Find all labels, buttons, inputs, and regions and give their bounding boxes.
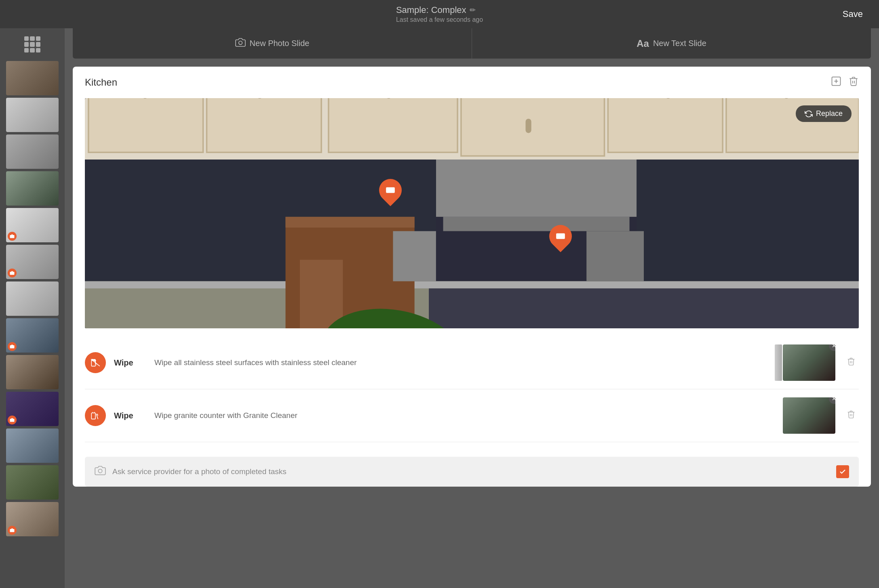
sidebar [0, 28, 65, 588]
svg-point-2 [11, 346, 13, 348]
slide-thumbnail[interactable] [6, 134, 59, 169]
svg-rect-25 [436, 160, 637, 217]
replace-image-button[interactable]: Replace [796, 105, 852, 122]
slide-thumbnail[interactable] [6, 281, 59, 316]
svg-rect-43 [556, 233, 565, 239]
new-text-slide-label: New Text Slide [653, 39, 706, 48]
task-description-1: Wipe all stainless steel surfaces with s… [154, 357, 767, 368]
top-bar: Sample: Complex ✏ Last saved a few secon… [0, 0, 879, 28]
slide-thumbnail[interactable] [6, 171, 59, 206]
slide-thumbnail[interactable] [6, 208, 59, 242]
top-bar-center: Sample: Complex ✏ Last saved a few secon… [396, 5, 483, 23]
task-delete-button-2[interactable] [843, 410, 859, 421]
slide-thumbnail[interactable] [6, 98, 59, 132]
photo-request-bar: Ask service provider for a photo of comp… [85, 457, 859, 487]
task-label-1: Wipe [114, 358, 146, 368]
photo-request-checkbox[interactable] [836, 465, 849, 478]
slide-thumbnail[interactable] [6, 61, 59, 95]
task-icon-wipe-2 [85, 405, 106, 426]
thumb-camera-badge [8, 416, 17, 424]
tasks-container: Wipe Wipe all stainless steel surfaces w… [73, 328, 871, 450]
svg-rect-12 [207, 98, 321, 152]
task-image-thumb-1[interactable]: ✕ [783, 344, 835, 381]
task-label-2: Wipe [114, 411, 146, 420]
task-image-strip-1 [775, 344, 782, 381]
task-description-2: Wipe granite counter with Granite Cleane… [154, 410, 775, 421]
slide-thumbnail[interactable] [6, 502, 59, 536]
presentation-title: Sample: Complex [396, 5, 466, 15]
svg-rect-42 [386, 187, 395, 193]
task-images-1: ✕ [775, 344, 835, 381]
card-header: Kitchen [73, 67, 871, 98]
slide-thumbnail[interactable] [6, 318, 59, 353]
card-title: Kitchen [85, 77, 117, 88]
svg-point-0 [11, 236, 13, 237]
svg-rect-37 [393, 231, 436, 281]
slide-thumbnail[interactable] [6, 428, 59, 463]
grid-view-icon[interactable] [24, 36, 40, 52]
center-panel: New Photo Slide Aa New Text Slide Kitche… [65, 28, 879, 588]
sidebar-grid-icon-area [0, 32, 65, 59]
svg-rect-26 [443, 217, 630, 231]
slide-thumbnail[interactable] [6, 355, 59, 389]
task-item: Wipe Wipe granite counter with Granite C… [85, 389, 859, 442]
svg-rect-30 [85, 281, 859, 288]
slide-thumbnail[interactable] [6, 245, 59, 279]
svg-rect-22 [525, 119, 531, 133]
slide-card: Kitchen [73, 67, 871, 487]
top-bar-title: Sample: Complex ✏ [396, 5, 483, 15]
task-item: Wipe Wipe all stainless steel surfaces w… [85, 336, 859, 389]
edit-title-icon[interactable]: ✏ [470, 6, 476, 15]
svg-rect-33 [285, 217, 414, 228]
svg-point-5 [238, 41, 242, 45]
task-icon-wipe-1 [85, 352, 106, 373]
delete-slide-button[interactable] [848, 76, 859, 89]
photo-request-camera-icon [95, 465, 106, 479]
svg-rect-16 [608, 98, 723, 152]
photo-request-text: Ask service provider for a photo of comp… [112, 467, 830, 476]
new-text-slide-button[interactable]: Aa New Text Slide [472, 28, 871, 59]
main-content: New Photo Slide Aa New Text Slide Kitche… [0, 28, 879, 588]
task-images-2: ✕ [783, 397, 835, 434]
svg-point-3 [11, 420, 13, 421]
new-photo-slide-button[interactable]: New Photo Slide [73, 28, 472, 59]
pin-icon-2 [555, 230, 566, 243]
add-slide-toolbar: New Photo Slide Aa New Text Slide [73, 28, 871, 59]
svg-rect-31 [429, 288, 859, 328]
svg-rect-13 [329, 98, 457, 152]
thumb-camera-badge [8, 232, 17, 241]
svg-rect-45 [91, 413, 95, 419]
svg-point-46 [98, 469, 102, 473]
svg-rect-34 [300, 260, 343, 328]
task-delete-button-1[interactable] [843, 357, 859, 368]
thumb-camera-badge [8, 526, 17, 535]
autosave-status: Last saved a few seconds ago [396, 16, 483, 23]
slide-thumbnail-list [0, 61, 65, 536]
svg-point-1 [11, 273, 13, 274]
thumb-camera-badge [8, 342, 17, 351]
new-photo-slide-label: New Photo Slide [250, 39, 310, 48]
map-pin-1[interactable] [379, 179, 402, 207]
slide-thumbnail[interactable] [6, 465, 59, 500]
slide-thumbnail[interactable] [6, 392, 59, 426]
kitchen-image: Replace [85, 98, 859, 328]
add-slide-icon-button[interactable] [831, 76, 842, 89]
pin-icon-1 [385, 184, 396, 197]
svg-point-4 [11, 530, 13, 531]
replace-label: Replace [816, 109, 843, 118]
svg-rect-11 [89, 98, 203, 152]
kitchen-background [85, 98, 859, 328]
card-action-buttons [831, 76, 859, 89]
camera-icon [235, 37, 246, 50]
svg-rect-15 [461, 98, 605, 156]
task-image-thumb-2[interactable]: ✕ [783, 397, 835, 434]
map-pin-2[interactable] [549, 225, 572, 253]
save-button[interactable]: Save [843, 9, 863, 19]
text-icon: Aa [637, 38, 649, 49]
svg-rect-38 [586, 231, 644, 281]
thumb-camera-badge [8, 269, 17, 277]
kitchen-image-wrapper: Replace [85, 98, 859, 328]
